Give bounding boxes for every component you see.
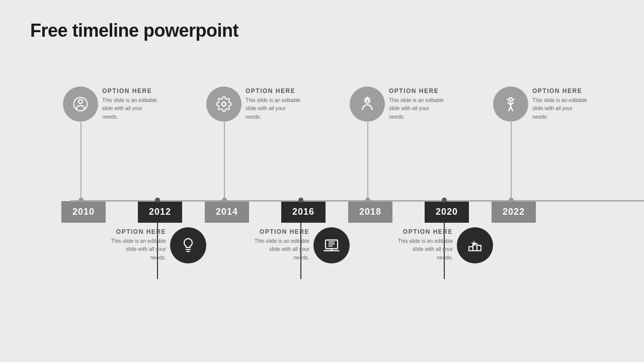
item-2022-year: 2022 xyxy=(492,201,536,223)
item-2012-dot xyxy=(155,198,160,203)
item-2018-dot xyxy=(365,198,370,203)
item-2012-label: OPTION HERE xyxy=(111,228,166,235)
item-2016-desc: This slide is an editable slide with all… xyxy=(254,237,309,261)
item-2018-icon xyxy=(350,86,385,122)
timeline-area: OPTION HERE This slide is an editable sl… xyxy=(30,71,614,283)
item-2012-icon xyxy=(170,227,206,263)
svg-point-2 xyxy=(222,102,226,106)
item-2022-text: OPTION HERE This slide is an editable sl… xyxy=(532,86,588,121)
item-2010-vline xyxy=(80,122,82,201)
svg-point-0 xyxy=(78,100,83,104)
gear-icon xyxy=(216,96,232,112)
item-2020-icon xyxy=(457,227,493,263)
laptop-icon xyxy=(324,237,340,253)
item-2014-icon xyxy=(206,86,242,122)
item-2010-block: OPTION HERE This slide is an editable sl… xyxy=(63,86,157,122)
item-2022-label: OPTION HERE xyxy=(532,87,588,95)
item-2014-dot xyxy=(222,198,227,203)
item-2020-label: OPTION HERE xyxy=(397,228,453,235)
svg-point-8 xyxy=(509,98,513,101)
item-2020-dot xyxy=(442,198,447,203)
lightbulb-icon xyxy=(180,237,196,253)
slide: Free timeline powerpoint OPTION HERE Thi… xyxy=(0,0,644,362)
item-2018-year: 2018 xyxy=(348,201,392,223)
item-2014-desc: This slide is an editable slide with all… xyxy=(246,96,301,121)
item-2018-text: OPTION HERE This slide is an editable sl… xyxy=(389,86,444,121)
slide-title: Free timeline powerpoint xyxy=(30,20,614,41)
item-2010-desc: This slide is an editable slide with all… xyxy=(102,96,157,121)
item-2012-text: OPTION HERE This slide is an editable sl… xyxy=(111,227,166,261)
item-2010-year: 2010 xyxy=(61,201,106,223)
item-2016-block: OPTION HERE This slide is an editable sl… xyxy=(254,227,350,263)
item-2018-vline xyxy=(367,122,368,201)
item-2022-icon xyxy=(493,86,528,122)
item-2012-block: OPTION HERE This slide is an editable sl… xyxy=(111,227,206,263)
person-raised-arms-icon xyxy=(503,96,519,112)
podium-icon xyxy=(467,237,483,253)
item-2020-text: OPTION HERE This slide is an editable sl… xyxy=(397,227,453,261)
item-2016-label: OPTION HERE xyxy=(254,228,309,235)
item-2020-year: 2020 xyxy=(425,201,469,223)
svg-rect-7 xyxy=(477,245,481,251)
item-2016-text: OPTION HERE This slide is an editable sl… xyxy=(254,227,309,261)
item-2018-label: OPTION HERE xyxy=(389,87,444,95)
item-2014-text: OPTION HERE This slide is an editable sl… xyxy=(246,86,301,121)
item-2022-dot xyxy=(509,198,514,203)
item-2022-vline xyxy=(511,122,512,201)
item-2016-dot xyxy=(298,198,303,203)
person-star-icon xyxy=(359,96,375,112)
item-2020-desc: This slide is an editable slide with all… xyxy=(397,237,453,261)
item-2012-year: 2012 xyxy=(138,201,182,223)
item-2016-year: 2016 xyxy=(281,201,326,223)
item-2014-block: OPTION HERE This slide is an editable sl… xyxy=(206,86,301,122)
item-2020-block: OPTION HERE This slide is an editable sl… xyxy=(397,227,493,263)
item-2018-block: OPTION HERE This slide is an editable sl… xyxy=(350,86,444,122)
item-2014-year: 2014 xyxy=(205,201,249,223)
person-target-icon xyxy=(72,96,89,112)
item-2022-desc: This slide is an editable slide with all… xyxy=(532,96,588,121)
item-2022-block: OPTION HERE This slide is an editable sl… xyxy=(493,86,588,122)
item-2014-label: OPTION HERE xyxy=(246,87,301,95)
item-2014-vline xyxy=(224,122,225,201)
item-2010-label: OPTION HERE xyxy=(102,87,157,95)
item-2018-desc: This slide is an editable slide with all… xyxy=(389,96,444,121)
item-2010-dot xyxy=(78,198,84,203)
item-2010-text: OPTION HERE This slide is an editable sl… xyxy=(102,86,157,121)
item-2010-icon xyxy=(63,86,98,122)
svg-rect-6 xyxy=(469,247,473,251)
item-2012-desc: This slide is an editable slide with all… xyxy=(111,237,166,261)
item-2016-icon xyxy=(313,227,350,263)
